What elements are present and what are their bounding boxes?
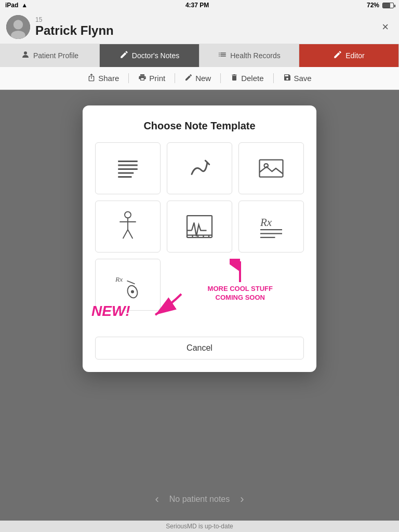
wifi-icon: ▲ [21, 2, 28, 9]
device-label: iPad [5, 2, 18, 9]
tab-doctors-notes-label: Doctor's Notes [132, 51, 179, 60]
print-button[interactable]: Print [129, 73, 175, 83]
template-body[interactable] [95, 201, 161, 252]
list-icon [218, 50, 227, 61]
template-text[interactable] [95, 142, 161, 194]
template-freehand[interactable] [167, 142, 232, 194]
modal-overlay: Choose Note Template [0, 90, 399, 521]
header-left: 15 Patrick Flynn [6, 15, 114, 39]
print-label: Print [149, 74, 165, 83]
battery-label: 72% [367, 2, 379, 9]
coming-soon-text: MORE COOL STUFFCOMING SOON [208, 285, 273, 302]
status-right: 72% [367, 2, 394, 9]
main-content: Choose Note Template [0, 90, 399, 521]
tab-doctors-notes[interactable]: Doctor's Notes [100, 44, 200, 67]
tab-health-records-label: Health Records [230, 51, 281, 60]
close-button[interactable]: × [378, 18, 393, 36]
edit-icon [333, 50, 342, 61]
person-icon [21, 50, 30, 61]
svg-rect-10 [260, 160, 283, 177]
save-button[interactable]: Save [274, 73, 321, 83]
header: 15 Patrick Flynn × [0, 10, 399, 44]
status-left: iPad ▲ [5, 2, 28, 9]
patient-name: Patrick Flynn [35, 23, 114, 38]
footer-text: SeriousMD is up-to-date [166, 523, 233, 530]
delete-icon [230, 73, 238, 83]
new-badge: NEW! [91, 303, 130, 320]
nav-tabs: Patient Profile Doctor's Notes Health Re… [0, 44, 399, 67]
pencil-icon [119, 50, 129, 61]
cancel-button[interactable]: Cancel [95, 337, 304, 360]
modal: Choose Note Template [83, 105, 316, 372]
new-button[interactable]: New [175, 73, 221, 83]
save-label: Save [294, 74, 312, 83]
tab-patient-profile-label: Patient Profile [33, 51, 78, 60]
new-arrow [145, 289, 187, 322]
delete-label: Delete [241, 74, 263, 83]
coming-soon-area: MORE COOL STUFFCOMING SOON [208, 259, 273, 302]
template-image[interactable] [238, 142, 304, 194]
modal-title: Choose Note Template [95, 120, 304, 132]
save-icon [283, 73, 291, 83]
share-label: Share [98, 74, 119, 83]
template-bottom-row: Rx NEW! [95, 259, 304, 326]
svg-line-16 [128, 230, 132, 238]
delete-button[interactable]: Delete [221, 73, 273, 83]
status-time: 4:37 PM [185, 2, 209, 9]
new-icon [184, 73, 193, 83]
share-icon [87, 73, 96, 83]
avatar [6, 15, 30, 39]
new-label: New [195, 74, 211, 83]
svg-point-12 [125, 212, 131, 218]
tab-editor-label: Editor [345, 51, 365, 60]
tab-health-records[interactable]: Health Records [200, 44, 299, 67]
battery-icon [382, 3, 394, 8]
svg-point-3 [24, 51, 27, 55]
svg-point-32 [131, 290, 134, 294]
tab-patient-profile[interactable]: Patient Profile [0, 44, 100, 67]
tab-editor[interactable]: Editor [299, 44, 399, 67]
template-ecg[interactable] [167, 201, 232, 252]
toolbar: Share Print New Delete Save [0, 67, 399, 90]
patient-number: 15 [35, 16, 114, 23]
footer: SeriousMD is up-to-date [0, 521, 399, 532]
svg-line-15 [123, 230, 128, 238]
patient-info: 15 Patrick Flynn [35, 16, 114, 38]
status-bar: iPad ▲ 4:37 PM 72% [0, 0, 399, 10]
share-button[interactable]: Share [78, 73, 129, 83]
print-icon [138, 73, 147, 83]
svg-text:Rx: Rx [260, 216, 272, 229]
template-grid: Rx [95, 142, 304, 252]
svg-text:Rx: Rx [115, 275, 123, 283]
template-rx[interactable]: Rx [238, 201, 304, 252]
svg-point-1 [14, 20, 23, 29]
svg-line-31 [127, 281, 135, 284]
